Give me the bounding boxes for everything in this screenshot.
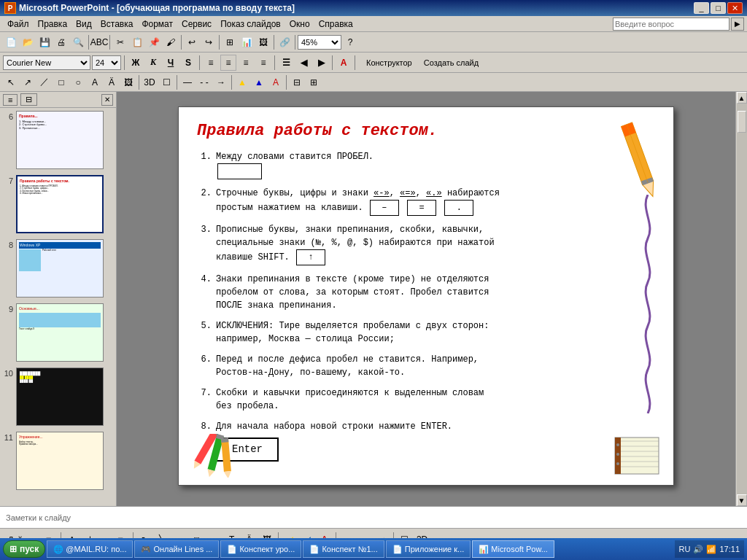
paste-button[interactable]: 📌	[146, 34, 162, 50]
menu-window[interactable]: Окно	[285, 18, 314, 31]
draw-shadow-btn[interactable]: ☐	[158, 74, 174, 90]
scroll-up-button[interactable]: ▲	[737, 92, 747, 104]
spell-button[interactable]: ABC	[91, 34, 107, 50]
shadow-button[interactable]: S	[180, 55, 196, 71]
constructor-button[interactable]: Конструктор	[361, 55, 417, 71]
help-button[interactable]: ?	[342, 34, 358, 50]
svg-point-22	[616, 443, 619, 446]
new-button[interactable]: 📄	[3, 34, 19, 50]
preview-button[interactable]: 🔍	[70, 34, 86, 50]
taskbar-mail[interactable]: 🌐 @MAIL.RU: по...	[47, 540, 133, 558]
draw-clipart[interactable]: 🖼	[120, 74, 136, 90]
scroll-thumb[interactable]	[738, 111, 746, 133]
font-size-selector[interactable]: 24	[92, 55, 121, 70]
draw-oval[interactable]: ○	[70, 74, 86, 90]
start-button[interactable]: ⊞ пуск	[3, 540, 45, 558]
taskbar-prilozhenie[interactable]: 📄 Приложение к...	[386, 540, 471, 558]
scroll-down-button[interactable]: ▼	[737, 494, 747, 506]
outline-tab[interactable]: ≡	[3, 94, 18, 106]
rule-6: 6. Перед и после дефиса пробел не ставит…	[197, 353, 655, 379]
redo-button[interactable]: ↪	[201, 34, 217, 50]
insert-chart[interactable]: 📊	[239, 34, 255, 50]
close-button[interactable]: ✕	[727, 2, 743, 14]
align-right[interactable]: ≡	[238, 55, 254, 71]
dash-style[interactable]: - -	[196, 74, 212, 90]
format-painter[interactable]: 🖌	[163, 34, 179, 50]
line-color[interactable]: ▲	[251, 74, 267, 90]
increase-indent[interactable]: ▶	[313, 55, 329, 71]
menu-view[interactable]: Вид	[71, 18, 96, 31]
draw-text[interactable]: A	[87, 74, 103, 90]
svg-rect-11	[221, 439, 231, 472]
underline-button[interactable]: Ч	[163, 55, 179, 71]
menu-insert[interactable]: Вставка	[96, 18, 138, 31]
create-slide-button[interactable]: Создать слайд	[419, 55, 484, 71]
fmt-sep-1	[124, 55, 125, 70]
draw-line[interactable]: ／	[36, 74, 53, 90]
italic-button[interactable]: К	[145, 55, 161, 71]
insert-table[interactable]: ⊞	[222, 34, 238, 50]
font-selector[interactable]: Courier New	[3, 55, 90, 70]
group-btn[interactable]: ⊞	[306, 74, 322, 90]
menu-tools[interactable]: Сервис	[177, 18, 216, 31]
font-color-button[interactable]: A	[336, 55, 352, 71]
slide-image-10: ████████ ██ ████ ████ ██	[16, 368, 104, 426]
font-color2[interactable]: A	[268, 74, 284, 90]
align-center[interactable]: ≡	[220, 55, 236, 71]
fmt-sep-5	[355, 55, 355, 70]
cut-button[interactable]: ✂	[112, 34, 128, 50]
vertical-scrollbar[interactable]: ▲ ▼	[735, 92, 747, 506]
zoom-combo[interactable]: 45% 50% 75% 100%	[298, 35, 341, 50]
draw-select[interactable]: ↖	[3, 74, 19, 90]
help-search-input[interactable]	[613, 18, 729, 31]
save-button[interactable]: 💾	[36, 34, 53, 50]
slide-thumb-10[interactable]: 10 ████████ ██ ████ ████ ██	[3, 368, 113, 426]
fmt-sep-2	[199, 55, 200, 70]
slide-thumb-8[interactable]: 8 Windows XP Рабочий стол	[3, 239, 113, 298]
insert-clip[interactable]: 🖼	[255, 34, 271, 50]
draw-wordart[interactable]: Ä	[104, 74, 120, 90]
bold-button[interactable]: Ж	[128, 55, 144, 71]
maximize-button[interactable]: □	[711, 2, 726, 14]
slide-thumb-6[interactable]: 6 Правила... 1. Между словами... 2. Стро…	[3, 111, 113, 169]
print-button[interactable]: 🖨	[53, 34, 69, 50]
help-search-button[interactable]: ▶	[731, 18, 744, 31]
hyperlink-button[interactable]: 🔗	[276, 34, 293, 50]
help-search: ▶	[613, 18, 744, 31]
draw-rect[interactable]: □	[53, 74, 69, 90]
menu-format[interactable]: Формат	[137, 18, 177, 31]
open-button[interactable]: 📂	[20, 34, 36, 50]
slide-thumb-9[interactable]: 9 Основные... Текст слайда 9	[3, 303, 113, 362]
slide-panel: ≡ ⊟ ✕ 6 Правила... 1. Между словами... 2…	[0, 92, 117, 506]
menu-file[interactable]: Файл	[3, 18, 34, 31]
bullets-button[interactable]: ☰	[278, 55, 294, 71]
slide-thumb-11[interactable]: 11 Упражнение... Набор текста... Правила…	[3, 432, 113, 490]
draw-3d[interactable]: 3D	[142, 74, 158, 90]
fill-color[interactable]: ▲	[234, 74, 250, 90]
menu-edit[interactable]: Правка	[34, 18, 72, 31]
line-style[interactable]: —	[179, 74, 196, 90]
undo-button[interactable]: ↩	[184, 34, 200, 50]
taskbar-powerpoint[interactable]: 📊 Microsoft Pow...	[472, 540, 554, 558]
svg-point-23	[616, 453, 619, 456]
scroll-track[interactable]	[737, 104, 747, 494]
svg-rect-13	[221, 438, 228, 443]
draw-arrow[interactable]: ↗	[20, 74, 36, 90]
align-draw[interactable]: ⊟	[289, 74, 305, 90]
menu-slideshow[interactable]: Показ слайдов	[216, 18, 285, 31]
decrease-indent[interactable]: ◀	[295, 55, 311, 71]
panel-close-button[interactable]: ✕	[101, 94, 113, 106]
slides-tab[interactable]: ⊟	[20, 93, 37, 106]
arrow-style[interactable]: →	[213, 74, 229, 90]
svg-line-4	[627, 125, 648, 183]
taskbar-lines[interactable]: 🎮 Онлайн Lines ...	[134, 540, 219, 558]
align-left[interactable]: ≡	[203, 55, 219, 71]
slide-thumb-7[interactable]: 7 Правила работы с текстом. 1. Между сло…	[3, 175, 113, 233]
taskbar-konsp1[interactable]: 📄 Конспект уро...	[220, 540, 301, 558]
copy-button[interactable]: 📋	[129, 34, 145, 50]
slide-title: Правила работы с текстом.	[197, 122, 655, 140]
taskbar-konsp2[interactable]: 📄 Конспект №1...	[303, 540, 384, 558]
menu-help[interactable]: Справка	[314, 18, 357, 31]
justify[interactable]: ≡	[255, 55, 271, 71]
minimize-button[interactable]: _	[694, 2, 709, 14]
